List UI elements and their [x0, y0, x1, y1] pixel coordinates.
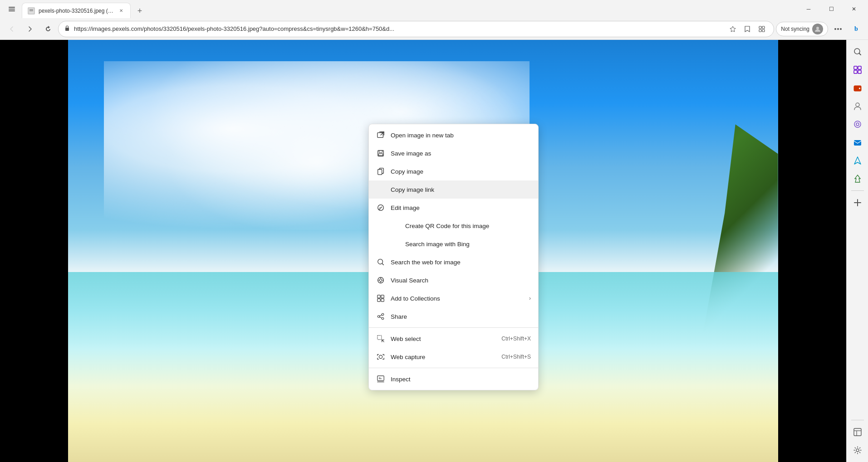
- svg-rect-4: [29, 9, 33, 11]
- minimize-button[interactable]: ─: [798, 2, 819, 16]
- svg-line-38: [380, 317, 382, 318]
- collections-address-icon[interactable]: [755, 23, 768, 35]
- sidebar-tree-icon[interactable]: [849, 170, 866, 187]
- svg-rect-47: [854, 70, 857, 73]
- svg-rect-1: [9, 9, 15, 10]
- sidebar-layout-icon[interactable]: [849, 424, 866, 440]
- svg-rect-41: [378, 376, 384, 381]
- sidebar-outlook-icon[interactable]: [849, 134, 866, 151]
- forward-button[interactable]: [22, 21, 38, 37]
- svg-rect-20: [378, 170, 382, 175]
- refresh-button[interactable]: [40, 21, 56, 37]
- svg-rect-55: [854, 140, 861, 146]
- menu-separator-1: [369, 327, 538, 328]
- svg-point-36: [382, 317, 384, 320]
- svg-point-13: [837, 28, 839, 30]
- toolbar-right: Not syncing b: [776, 21, 864, 37]
- sidebar-add-icon[interactable]: [849, 195, 866, 211]
- svg-rect-48: [858, 70, 861, 73]
- svg-rect-30: [378, 295, 380, 298]
- new-tab-button[interactable]: +: [132, 4, 147, 18]
- active-tab[interactable]: pexels-photo-3320516.jpeg (225... ✕: [22, 3, 131, 18]
- menu-item-open-new-tab[interactable]: Open image in new tab: [369, 126, 538, 144]
- web-select-icon: [376, 334, 385, 343]
- not-syncing-button[interactable]: Not syncing: [776, 22, 828, 36]
- browser-window: pexels-photo-3320516.jpeg (225... ✕ + ─ …: [0, 0, 868, 462]
- copy-icon: [376, 167, 385, 176]
- svg-rect-2: [9, 10, 15, 11]
- more-options-button[interactable]: [830, 21, 846, 37]
- web-capture-icon: [376, 352, 385, 361]
- title-bar: pexels-photo-3320516.jpeg (225... ✕ + ─ …: [0, 0, 868, 18]
- save-icon: [376, 149, 385, 158]
- menu-item-web-select[interactable]: Web select Ctrl+Shift+X: [369, 330, 538, 348]
- bing-button[interactable]: b: [848, 21, 864, 37]
- svg-line-37: [380, 315, 382, 316]
- svg-point-35: [378, 316, 380, 318]
- sidebar-divider: [851, 190, 864, 191]
- sidebar-extensions-icon[interactable]: [849, 116, 866, 132]
- sidebar-settings-icon[interactable]: [849, 442, 866, 458]
- edit-icon: [376, 203, 385, 212]
- menu-item-copy-image-label: Copy image: [391, 168, 531, 175]
- palm-trees: [672, 124, 778, 420]
- collections-arrow-icon: ›: [529, 295, 531, 302]
- menu-item-search-web-label: Search the web for image: [391, 259, 531, 266]
- svg-rect-45: [854, 66, 857, 69]
- menu-item-visual-search[interactable]: Visual Search: [369, 271, 538, 289]
- menu-item-save-image[interactable]: Save image as: [369, 144, 538, 162]
- menu-item-web-capture[interactable]: Web capture Ctrl+Shift+S: [369, 348, 538, 366]
- not-syncing-label: Not syncing: [781, 26, 809, 32]
- menu-item-create-qr[interactable]: Create QR Code for this image: [369, 217, 538, 235]
- svg-rect-32: [378, 299, 380, 302]
- menu-item-add-collections[interactable]: Add to Collections ›: [369, 289, 538, 307]
- menu-item-search-bing[interactable]: Search image with Bing: [369, 235, 538, 253]
- svg-line-23: [382, 263, 383, 265]
- sidebar-profile-icon[interactable]: [849, 98, 866, 114]
- svg-point-62: [856, 449, 859, 452]
- address-bar[interactable]: https://images.pexels.com/photos/3320516…: [58, 21, 774, 37]
- menu-item-add-collections-label: Add to Collections: [391, 295, 524, 302]
- menu-separator-2: [369, 368, 538, 368]
- svg-rect-18: [379, 154, 383, 156]
- right-sidebar: [846, 40, 868, 462]
- tab-title: pexels-photo-3320516.jpeg (225...: [39, 8, 114, 14]
- menu-item-copy-image-link[interactable]: Copy image link: [369, 180, 538, 199]
- sidebar-search-icon[interactable]: [849, 44, 866, 60]
- search-web-icon: [376, 258, 385, 267]
- menu-item-share[interactable]: Share: [369, 307, 538, 326]
- add-to-favorites-icon[interactable]: [726, 23, 739, 35]
- sidebar-divider-2: [851, 420, 864, 420]
- svg-point-11: [816, 27, 819, 29]
- web-capture-shortcut: Ctrl+Shift+S: [501, 354, 531, 360]
- menu-item-copy-image[interactable]: Copy image: [369, 162, 538, 180]
- maximize-button[interactable]: ☐: [821, 2, 842, 16]
- menu-item-open-new-tab-label: Open image in new tab: [391, 132, 531, 139]
- share-icon: [376, 312, 385, 321]
- menu-item-edit-image[interactable]: Edit image: [369, 199, 538, 217]
- svg-rect-46: [858, 66, 861, 69]
- sidebar-collections-icon[interactable]: [849, 62, 866, 78]
- svg-marker-56: [855, 175, 860, 182]
- menu-item-inspect-label: Inspect: [391, 376, 531, 383]
- svg-point-21: [378, 205, 384, 211]
- sidebar-toggle-button[interactable]: [4, 1, 20, 17]
- menu-item-search-web[interactable]: Search the web for image: [369, 253, 538, 271]
- svg-rect-31: [381, 295, 384, 298]
- close-button[interactable]: ✕: [843, 2, 864, 16]
- sidebar-send-icon[interactable]: [849, 152, 866, 169]
- menu-item-save-image-label: Save image as: [391, 150, 531, 157]
- address-actions: [726, 23, 768, 35]
- tab-close-button[interactable]: ✕: [118, 7, 125, 15]
- sidebar-wallet-icon[interactable]: [849, 80, 866, 96]
- svg-point-12: [834, 28, 836, 30]
- menu-item-web-select-label: Web select: [391, 336, 496, 342]
- menu-item-inspect[interactable]: Inspect: [369, 370, 538, 388]
- favorites-icon[interactable]: [741, 23, 754, 35]
- svg-marker-6: [730, 26, 736, 32]
- window-controls: ─ ☐ ✕: [798, 2, 864, 16]
- url-text: https://images.pexels.com/photos/3320516…: [74, 25, 723, 32]
- svg-rect-33: [381, 299, 384, 302]
- back-button[interactable]: [4, 21, 20, 37]
- copy-image-link-icon: [376, 185, 385, 194]
